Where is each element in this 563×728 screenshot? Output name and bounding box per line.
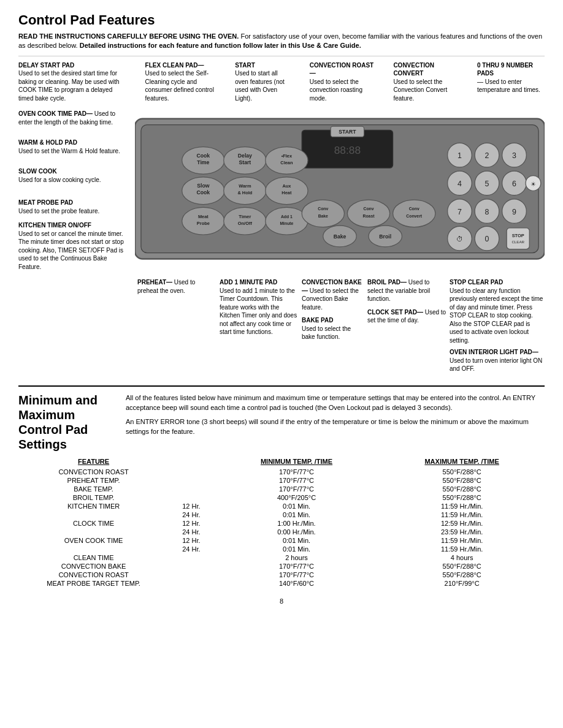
cell-sub: 24 Hr. — [169, 545, 214, 553]
label-flex-clean-title: FLEX CLEAN PAD— — [145, 62, 204, 69]
svg-text:2: 2 — [485, 151, 489, 160]
cell-max: 550°F/288°C — [379, 476, 545, 485]
label-delay-start: DELAY START PAD Used to set the desired … — [18, 61, 126, 103]
intro-text: READ THE INSTRUCTIONS CAREFULLY BEFORE U… — [18, 32, 545, 51]
svg-text:Delay: Delay — [238, 153, 252, 159]
cell-feature: OVEN COOK TIME — [18, 536, 169, 545]
settings-table-body: CONVECTION ROAST 170°F/77°C 550°F/288°C … — [18, 468, 545, 588]
table-row: PREHEAT TEMP. 170°F/77°C 550°F/288°C — [18, 476, 545, 485]
cell-feature: CLOCK TIME — [18, 519, 169, 528]
svg-text:& Hold: & Hold — [237, 191, 252, 196]
cell-min: 0:01 Min. — [214, 502, 380, 510]
cell-sub — [169, 468, 214, 476]
minmax-body-p2: An ENTRY ERROR tone (3 short beeps) will… — [126, 417, 545, 437]
cell-min: 170°F/77°C — [214, 468, 380, 476]
cell-feature: BAKE TEMP. — [18, 485, 169, 493]
cell-feature — [18, 510, 169, 519]
svg-text:88:88: 88:88 — [334, 144, 361, 156]
settings-table: FEATURE MINIMUM TEMP. /TIME MAXIMUM TEMP… — [18, 458, 545, 588]
ann-kitchen-timer: KITCHEN TIMER ON/OFF Used to set or canc… — [18, 221, 130, 271]
col-header-max: MAXIMUM TEMP. /TIME — [379, 458, 545, 468]
svg-text:5: 5 — [485, 180, 489, 188]
svg-text:⏱: ⏱ — [456, 235, 463, 243]
svg-text:☀: ☀ — [530, 181, 536, 188]
ba-bake-pad-desc: Used to select the bake function. — [302, 325, 351, 341]
label-start-desc: Used to start all oven features (not use… — [235, 70, 285, 102]
table-row: BAKE TEMP. 170°F/77°C 550°F/288°C — [18, 485, 545, 493]
cell-max: 210°F/99°C — [379, 579, 545, 588]
svg-text:Slow: Slow — [197, 183, 209, 189]
table-row: KITCHEN TIMER 12 Hr. 0:01 Min. 11:59 Hr.… — [18, 502, 545, 510]
minmax-title: Minimum and Maximum Control Pad Settings — [18, 393, 113, 452]
svg-text:Warm: Warm — [239, 184, 251, 189]
svg-text:Broil: Broil — [379, 233, 391, 240]
svg-text:3: 3 — [512, 151, 516, 160]
table-row: 24 Hr. 0:01 Min. 11:59 Hr./Min. — [18, 545, 545, 553]
ba-stop: STOP CLEAR PAD Used to clear any functio… — [450, 278, 545, 344]
cell-min: 0:00 Hr./Min. — [214, 528, 380, 536]
label-start-title: START — [235, 62, 255, 69]
svg-text:Bake: Bake — [334, 233, 347, 240]
cell-max: 12:59 Hr./Min. — [379, 519, 545, 528]
ba-clock: CLOCK SET PAD— Used to set the time of d… — [367, 308, 447, 325]
cell-min: 140°F/60°C — [214, 579, 380, 588]
cell-min: 170°F/77°C — [214, 476, 380, 485]
svg-text:Add 1: Add 1 — [281, 214, 293, 219]
table-row: OVEN COOK TIME 12 Hr. 0:01 Min. 11:59 Hr… — [18, 536, 545, 545]
svg-text:Bake: Bake — [318, 214, 328, 218]
ba-kitchen-timer-block — [18, 278, 135, 377]
top-labels-row: DELAY START PAD Used to set the desired … — [18, 61, 545, 103]
ba-mid-block: CONVECTION BAKE— Used to select the Conv… — [302, 278, 365, 377]
cell-min: 170°F/77°C — [214, 571, 380, 579]
table-row: BROIL TEMP. 400°F/205°C 550°F/288°C — [18, 493, 545, 502]
label-conv-roast-title: CONVECTION ROAST— — [310, 62, 373, 77]
page-number: 8 — [18, 597, 545, 605]
label-conv-roast-desc: Used to select the convection roasting m… — [310, 78, 362, 102]
settings-table-header-row: FEATURE MINIMUM TEMP. /TIME MAXIMUM TEMP… — [18, 458, 545, 468]
col-header-sub — [169, 458, 214, 468]
ann-kitchen-timer-title: KITCHEN TIMER ON/OFF — [18, 222, 91, 229]
ba-light-title: OVEN INTERIOR LIGHT PAD— — [450, 349, 538, 355]
label-number-pads-desc: — Used to enter temperature and times. — [477, 78, 540, 94]
ba-preheat: PREHEAT— Used to preheat the oven. — [137, 278, 217, 295]
cell-feature: CLEAN TIME — [18, 553, 169, 562]
cell-max: 550°F/288°C — [379, 493, 545, 502]
label-number-pads: 0 THRU 9 NUMBER PADS — Used to enter tem… — [477, 61, 545, 103]
cell-sub: 12 Hr. — [169, 502, 214, 510]
svg-text:9: 9 — [512, 208, 516, 216]
label-delay-start-title: DELAY START PAD — [18, 62, 74, 69]
svg-text:Clean: Clean — [280, 160, 293, 165]
col-header-feature: FEATURE — [18, 458, 169, 468]
ba-broil: BROIL PAD— Used to select the variable b… — [367, 278, 447, 303]
cell-min: 0:01 Min. — [214, 536, 380, 545]
cell-max: 11:59 Hr./Min. — [379, 545, 545, 553]
cell-feature — [18, 528, 169, 536]
minmax-body: All of the features listed below have mi… — [126, 393, 545, 452]
ba-bake-pad: BAKE PAD Used to select the bake functio… — [302, 316, 365, 341]
ann-slow-cook-title: SLOW COOK — [18, 168, 57, 175]
minmax-body-p1: All of the features listed below have mi… — [126, 393, 545, 413]
cell-feature — [18, 545, 169, 553]
cell-feature: CONVECTION ROAST — [18, 571, 169, 579]
cell-sub: 24 Hr. — [169, 528, 214, 536]
svg-text:STOP: STOP — [512, 233, 524, 238]
cell-feature: CONVECTION ROAST — [18, 468, 169, 476]
cell-feature: MEAT PROBE TARGET TEMP. — [18, 579, 169, 588]
oven-panel-svg: 88:88 Cook Time Delay Start •Flex Clean … — [135, 104, 545, 270]
ba-broil-title: BROIL PAD— — [367, 279, 407, 286]
svg-text:4: 4 — [458, 180, 462, 188]
cell-min: 170°F/77°C — [214, 485, 380, 493]
label-conv-convert: CONVECTION CONVERT Used to select the Co… — [393, 61, 458, 103]
cell-feature: KITCHEN TIMER — [18, 502, 169, 510]
svg-text:Probe: Probe — [197, 221, 210, 226]
ba-stop-title: STOP CLEAR PAD — [450, 279, 503, 286]
ba-light-desc: Used to turn oven interior light ON and … — [450, 357, 542, 373]
svg-text:START: START — [339, 129, 356, 135]
cell-max: 550°F/288°C — [379, 571, 545, 579]
cell-feature: PREHEAT TEMP. — [18, 476, 169, 485]
oven-panel-area: 88:88 Cook Time Delay Start •Flex Clean … — [135, 104, 545, 270]
cell-sub: 12 Hr. — [169, 536, 214, 545]
table-row: MEAT PROBE TARGET TEMP. 140°F/60°C 210°F… — [18, 579, 545, 588]
page-title: Control Pad Features — [18, 12, 545, 28]
cell-sub — [169, 553, 214, 562]
